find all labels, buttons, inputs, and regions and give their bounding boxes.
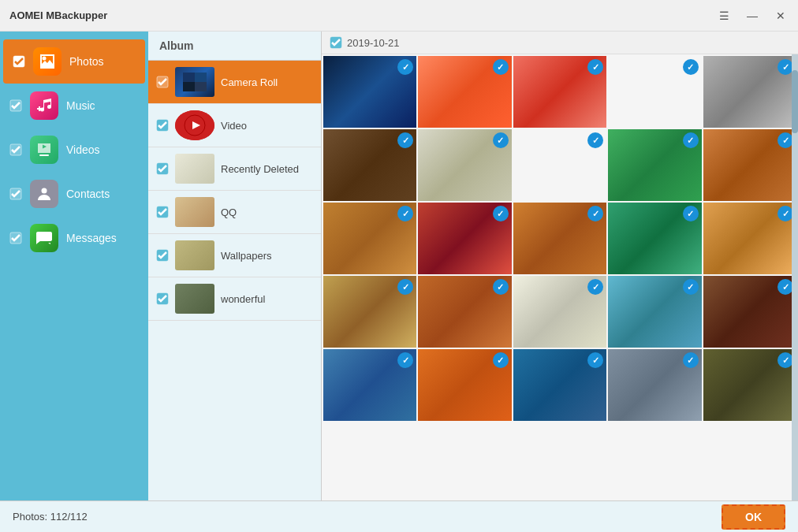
- sidebar-item-videos[interactable]: Videos: [0, 128, 148, 172]
- album-panel: Album Camera Roll: [148, 32, 322, 500]
- photos-check-icon: [13, 55, 25, 68]
- qq-check-icon: [156, 206, 169, 218]
- svg-rect-13: [195, 82, 207, 91]
- sidebar-videos-label: Videos: [66, 143, 100, 156]
- photo-cell-15[interactable]: ✓: [703, 203, 796, 274]
- menu-button[interactable]: ☰: [713, 5, 735, 27]
- scrollbar-thumb[interactable]: [792, 70, 798, 133]
- wonderful-thumb: [175, 284, 214, 314]
- album-item-wallpapers[interactable]: Wallpapers: [148, 234, 321, 277]
- app-title: AOMEI MBackupper: [9, 9, 107, 21]
- album-header: Album: [148, 32, 321, 61]
- contacts-check-icon: [9, 188, 22, 200]
- photo-check-2: ✓: [493, 59, 509, 75]
- photo-check-10: ✓: [777, 132, 793, 148]
- sidebar: Photos Music: [0, 32, 148, 500]
- photo-check-14: ✓: [683, 206, 699, 221]
- music-icon: [30, 91, 58, 120]
- photo-check-4: ✓: [683, 59, 699, 75]
- photo-check-7: ✓: [493, 132, 509, 148]
- sidebar-music-label: Music: [66, 99, 95, 112]
- photo-cell-2[interactable]: ✓: [418, 56, 511, 128]
- photo-cell-23[interactable]: ✓: [513, 349, 606, 421]
- svg-point-1: [43, 57, 47, 61]
- close-button[interactable]: ✕: [770, 5, 792, 27]
- ok-button[interactable]: OK: [722, 504, 785, 530]
- photo-cell-16[interactable]: ✓: [323, 276, 416, 348]
- scrollbar-track[interactable]: [792, 54, 798, 500]
- photo-check-5: ✓: [777, 59, 793, 75]
- photo-grid-container: ✓✓✓✓✓✓✓✓✓✓✓✓✓✓✓✓✓✓✓✓✓✓✓✓✓: [322, 54, 798, 500]
- recently-deleted-label: Recently Deleted: [221, 163, 299, 175]
- photo-panel: 2019-10-21 ✓✓✓✓✓✓✓✓✓✓✓✓✓✓✓✓✓✓✓✓✓✓✓✓✓: [322, 32, 798, 500]
- photo-cell-12[interactable]: ✓: [418, 203, 511, 274]
- svg-rect-4: [39, 154, 49, 156]
- bottom-bar: Photos: 112/112 OK: [0, 500, 798, 532]
- sidebar-item-photos[interactable]: Photos: [3, 39, 145, 84]
- photo-cell-24[interactable]: ✓: [608, 349, 701, 421]
- photo-cell-9[interactable]: ✓: [608, 129, 701, 201]
- videos-icon: [30, 136, 58, 164]
- photo-check-17: ✓: [493, 279, 509, 295]
- photo-cell-20[interactable]: ✓: [703, 276, 796, 348]
- svg-rect-12: [183, 82, 195, 91]
- sidebar-photos-label: Photos: [69, 55, 104, 68]
- photo-cell-5[interactable]: ✓: [703, 56, 796, 128]
- photo-cell-13[interactable]: ✓: [513, 203, 606, 274]
- photo-count-status: Photos: 112/112: [13, 511, 88, 523]
- wallpapers-thumb: [175, 240, 214, 270]
- album-item-qq[interactable]: QQ: [148, 191, 321, 234]
- camera-roll-check-icon: [156, 76, 169, 88]
- photo-cell-7[interactable]: ✓: [418, 129, 511, 201]
- photo-check-24: ✓: [683, 352, 699, 368]
- camera-roll-label: Camera Roll: [221, 76, 278, 88]
- qq-label: QQ: [221, 206, 237, 218]
- sidebar-item-contacts[interactable]: Contacts: [0, 172, 148, 216]
- photo-check-12: ✓: [493, 206, 509, 221]
- photo-cell-10[interactable]: ✓: [703, 129, 796, 201]
- album-item-recently-deleted[interactable]: Recently Deleted: [148, 147, 321, 191]
- photo-cell-3[interactable]: ✓: [513, 56, 606, 128]
- album-item-video[interactable]: Video: [148, 104, 321, 147]
- photo-cell-1[interactable]: ✓: [323, 56, 416, 128]
- sidebar-item-messages[interactable]: Messages: [0, 216, 148, 260]
- photo-cell-6[interactable]: ✓: [323, 129, 416, 201]
- music-check-icon: [9, 99, 22, 112]
- svg-rect-10: [183, 73, 195, 82]
- photo-cell-4[interactable]: ✓: [608, 56, 701, 128]
- recently-deleted-thumb: [175, 154, 214, 184]
- minimize-button[interactable]: —: [741, 5, 763, 27]
- photo-cell-19[interactable]: ✓: [608, 276, 701, 348]
- photo-cell-14[interactable]: ✓: [608, 203, 701, 274]
- photo-cell-18[interactable]: ✓: [513, 276, 606, 348]
- svg-rect-11: [195, 73, 207, 82]
- photo-cell-11[interactable]: ✓: [323, 203, 416, 274]
- recently-deleted-check-icon: [156, 162, 169, 175]
- titlebar: AOMEI MBackupper ☰ — ✕: [0, 0, 798, 32]
- photo-cell-17[interactable]: ✓: [418, 276, 511, 348]
- window-controls: ☰ — ✕: [713, 5, 792, 27]
- video-check-icon: [156, 119, 169, 132]
- photo-grid: ✓✓✓✓✓✓✓✓✓✓✓✓✓✓✓✓✓✓✓✓✓✓✓✓✓: [322, 54, 798, 422]
- photo-check-19: ✓: [683, 279, 699, 295]
- photo-check-9: ✓: [683, 132, 699, 148]
- photo-cell-21[interactable]: ✓: [323, 349, 416, 421]
- camera-roll-thumb: [175, 67, 214, 97]
- wallpapers-check-icon: [156, 249, 169, 262]
- photo-check-22: ✓: [493, 352, 509, 368]
- album-item-camera-roll[interactable]: Camera Roll: [148, 61, 321, 104]
- photo-cell-8[interactable]: ✓: [513, 129, 606, 201]
- wonderful-check-icon: [156, 292, 169, 305]
- photo-cell-22[interactable]: ✓: [418, 349, 511, 421]
- contacts-icon: [30, 180, 58, 208]
- album-item-wonderful[interactable]: wonderful: [148, 277, 321, 321]
- wallpapers-label: Wallpapers: [221, 250, 272, 262]
- photo-date-header: 2019-10-21: [322, 32, 798, 54]
- photos-icon: [33, 47, 62, 76]
- date-label: 2019-10-21: [347, 37, 400, 49]
- sidebar-item-music[interactable]: Music: [0, 84, 148, 128]
- main-container: Photos Music: [0, 32, 798, 500]
- photo-cell-25[interactable]: ✓: [703, 349, 796, 421]
- video-thumb: [175, 110, 214, 140]
- sidebar-messages-label: Messages: [66, 232, 117, 244]
